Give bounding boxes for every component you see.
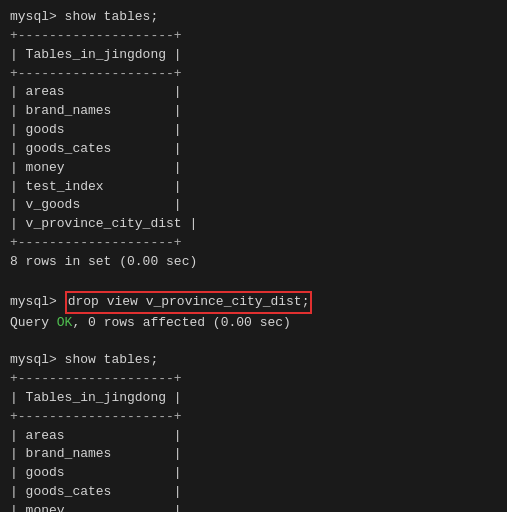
drop-view-command-line: mysql> drop view v_province_city_dist; (10, 291, 497, 314)
table-header-1: | Tables_in_jingdong | (10, 46, 497, 65)
drop-view-block: mysql> drop view v_province_city_dist; Q… (10, 291, 497, 333)
separator-mid-1: +--------------------+ (10, 65, 497, 84)
row-goods-3: | goods | (10, 464, 497, 483)
drop-command-highlighted: drop view v_province_city_dist; (65, 291, 313, 314)
separator-bottom-1: +--------------------+ (10, 234, 497, 253)
row-money-3: | money | (10, 502, 497, 512)
result-1: 8 rows in set (0.00 sec) (10, 253, 497, 272)
query-ok-line: Query OK, 0 rows affected (0.00 sec) (10, 314, 497, 333)
row-v-goods-1: | v_goods | (10, 196, 497, 215)
row-goods-cates-1: | goods_cates | (10, 140, 497, 159)
row-brand-names-1: | brand_names | (10, 102, 497, 121)
row-goods-cates-3: | goods_cates | (10, 483, 497, 502)
row-money-1: | money | (10, 159, 497, 178)
row-goods-1: | goods | (10, 121, 497, 140)
terminal: mysql> show tables; +-------------------… (10, 8, 497, 512)
separator-mid-3: +--------------------+ (10, 408, 497, 427)
second-show-tables-command: mysql> show tables; +-------------------… (10, 351, 497, 512)
row-v-province-1: | v_province_city_dist | (10, 215, 497, 234)
blank-1 (10, 272, 497, 291)
row-areas-3: | areas | (10, 427, 497, 446)
table-header-3: | Tables_in_jingdong | (10, 389, 497, 408)
first-show-tables-command: mysql> show tables; +-------------------… (10, 8, 497, 272)
command-line-1: mysql> show tables; (10, 8, 497, 27)
separator-top-3: +--------------------+ (10, 370, 497, 389)
row-test-index-1: | test_index | (10, 178, 497, 197)
separator-top-1: +--------------------+ (10, 27, 497, 46)
row-areas-1: | areas | (10, 83, 497, 102)
blank-2 (10, 332, 497, 351)
row-brand-names-3: | brand_names | (10, 445, 497, 464)
mysql-prompt-2: mysql> (10, 293, 57, 312)
command-line-3: mysql> show tables; (10, 351, 497, 370)
